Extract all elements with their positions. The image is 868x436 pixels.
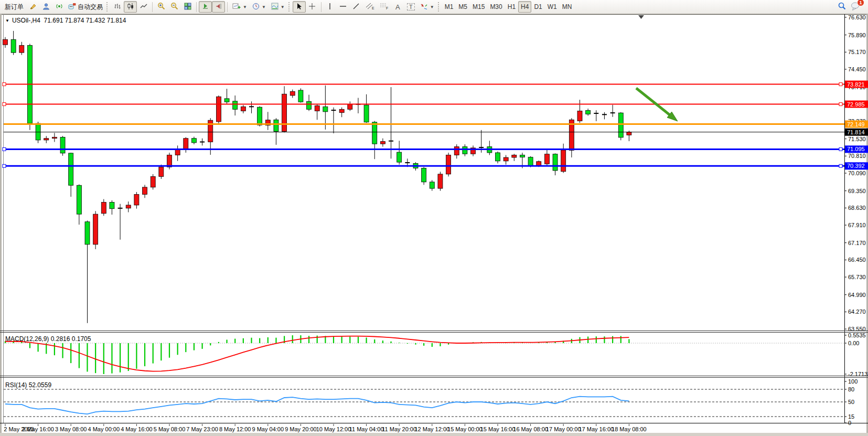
vertical-line-icon	[327, 3, 333, 12]
ohlc-values: 71.691 71.874 71.432 71.814	[44, 17, 126, 24]
search-icon[interactable]	[838, 2, 846, 13]
rsi-axis-label: 80	[848, 386, 854, 392]
chart-shift-button[interactable]	[212, 1, 225, 13]
price-tick-label: 69.350	[848, 188, 866, 194]
arrows-icon	[420, 3, 428, 12]
timeframe-H4[interactable]: H4	[518, 1, 531, 13]
zoom-in-button[interactable]	[155, 1, 168, 13]
candle-body	[528, 157, 533, 166]
candle-body	[520, 155, 524, 157]
autotrading-button[interactable]: 自动交易	[66, 1, 105, 13]
timeframe-M1[interactable]: M1	[442, 1, 456, 13]
date-label: 17 May 16:00	[578, 426, 614, 432]
chevron-down-icon: ▼	[243, 5, 247, 9]
text-label-button[interactable]: T	[404, 1, 417, 13]
line-handle[interactable]	[3, 83, 6, 86]
date-label: 11 May 20:00	[382, 426, 416, 432]
candle-doji	[594, 113, 598, 114]
new-order-button[interactable]: 新订单	[2, 1, 26, 13]
timeframe-MN[interactable]: MN	[560, 1, 575, 13]
price-tick-label: 74.450	[848, 66, 866, 72]
auto-scroll-icon	[202, 3, 209, 12]
rsi-axis-label: 50	[848, 399, 854, 405]
price-tick-label: 67.170	[848, 240, 866, 246]
price-tick-label: 71.530	[848, 136, 866, 142]
date-label: 9 May 20:00	[285, 426, 317, 432]
candle-doji	[200, 142, 205, 143]
timeframe-M15[interactable]: M15	[470, 1, 487, 13]
candle-body	[627, 132, 631, 135]
timeframe-W1[interactable]: W1	[545, 1, 560, 13]
line-chart-icon	[140, 3, 147, 12]
toolbar-separator	[196, 2, 197, 12]
toolbar-grip	[288, 2, 291, 12]
line-handle[interactable]	[3, 147, 6, 151]
candle-body	[553, 154, 558, 171]
candle-body	[496, 153, 500, 161]
profile-button[interactable]	[39, 1, 52, 13]
rsi-axis-label: 100	[848, 378, 858, 385]
arrows-button[interactable]: ▼	[417, 1, 437, 13]
timeframe-M5[interactable]: M5	[456, 1, 470, 13]
line-handle[interactable]	[839, 103, 842, 106]
annotation-arrow-shaft[interactable]	[636, 88, 672, 116]
svg-text:F: F	[386, 6, 388, 10]
line-chart-button[interactable]	[137, 1, 150, 13]
line-handle[interactable]	[3, 103, 6, 106]
timeframe-H1[interactable]: H1	[505, 1, 518, 13]
vertical-line-button[interactable]	[324, 1, 337, 13]
zoom-out-button[interactable]	[168, 1, 181, 13]
date-label: 15 May 16:00	[480, 426, 516, 432]
cursor-button[interactable]	[293, 1, 306, 13]
candle-body	[19, 46, 24, 53]
date-label: 9 May 04:00	[252, 426, 284, 432]
indicators-button[interactable]: ▼	[269, 1, 287, 13]
timeframe-D1[interactable]: D1	[531, 1, 544, 13]
rsi-axis-label: 15	[848, 413, 854, 420]
price-tag-label: 70.392	[847, 163, 865, 169]
rsi-axis-label: 0	[848, 420, 851, 426]
date-label: 5 May 08:00	[154, 426, 186, 432]
crosshair-icon	[308, 3, 316, 12]
bar-chart-button[interactable]	[111, 1, 124, 13]
chart-shift-marker	[638, 15, 644, 19]
candle-body	[11, 39, 16, 52]
candle-body	[143, 187, 147, 195]
toolbar-grip	[438, 2, 440, 12]
price-tag-label: 72.149	[847, 121, 865, 127]
pencil-button[interactable]	[26, 1, 39, 13]
candle-body	[364, 105, 369, 122]
candle-doji	[405, 162, 410, 163]
cursor-icon	[296, 3, 302, 12]
candle-body	[258, 107, 262, 125]
notifications-button[interactable]: 1	[851, 2, 861, 13]
periods-button[interactable]: ▼	[250, 1, 269, 13]
equidistant-channel-button[interactable]: E	[363, 1, 377, 13]
date-label: 18 May 08:00	[612, 426, 647, 432]
trendline-button[interactable]	[350, 1, 363, 13]
text-tool-button[interactable]: A	[391, 1, 404, 13]
candle-body	[307, 101, 312, 109]
candle-body	[101, 202, 106, 213]
horizontal-line-button[interactable]	[337, 1, 350, 13]
date-label: 8 May 12:00	[219, 426, 251, 432]
candle-body	[463, 147, 467, 154]
date-label: 7 May 23:00	[186, 426, 218, 432]
candle-doji	[479, 147, 484, 148]
date-label: 4 May 16:00	[121, 426, 153, 432]
line-handle[interactable]	[839, 147, 842, 151]
crosshair-button[interactable]	[306, 1, 319, 13]
candlestick-chart-button[interactable]	[124, 1, 137, 13]
tile-windows-icon	[184, 3, 191, 12]
auto-scroll-button[interactable]	[199, 1, 212, 13]
rsi-indicator-label: RSI(14) 52.0559	[5, 381, 51, 389]
line-handle[interactable]	[839, 83, 842, 86]
line-handle[interactable]	[3, 164, 6, 167]
fibonacci-button[interactable]: F	[377, 1, 391, 13]
signals-button[interactable]	[52, 1, 66, 13]
line-handle[interactable]	[839, 164, 842, 167]
tile-windows-button[interactable]	[181, 1, 194, 13]
new-chart-button[interactable]: ▼	[230, 1, 250, 13]
price-tick-label: 70.810	[848, 153, 866, 159]
timeframe-M30[interactable]: M30	[487, 1, 505, 13]
